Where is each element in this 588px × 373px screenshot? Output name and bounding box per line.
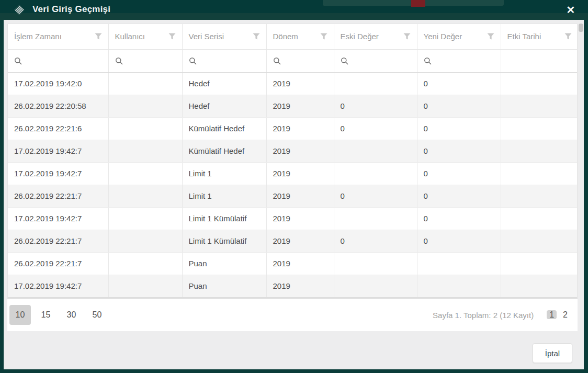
cell-kullanici xyxy=(108,230,182,252)
filter-icon[interactable] xyxy=(564,33,572,40)
cell-yeni-deger: 0 xyxy=(417,72,501,95)
page-button-2[interactable]: 2 xyxy=(560,310,570,319)
column-label: Kullanıcı xyxy=(115,32,145,41)
cell-donem: 2019 xyxy=(266,275,334,297)
search-icon xyxy=(424,57,432,65)
page-size-selector: 10153050 xyxy=(9,305,112,325)
cell-eski-deger xyxy=(334,252,417,275)
filter-input-eski-deger[interactable] xyxy=(334,49,417,72)
cell-etki-tarihi xyxy=(501,72,578,95)
cell-eski-deger: 0 xyxy=(334,230,417,252)
cell-veri-serisi: Kümülatif Hedef xyxy=(182,140,266,162)
column-label: Dönem xyxy=(273,32,298,41)
cell-donem: 2019 xyxy=(266,95,334,117)
filter-input-donem[interactable] xyxy=(266,49,334,72)
cell-etki-tarihi xyxy=(501,207,578,230)
pager-right: Sayfa 1. Toplam: 2 (12 Kayıt) 12 xyxy=(433,306,570,324)
page-size-30[interactable]: 30 xyxy=(61,305,82,325)
cell-etki-tarihi xyxy=(501,140,578,162)
cell-yeni-deger: 0 xyxy=(417,95,501,117)
header-row: İşlem ZamanıKullanıcıVeri SerisiDönemEsk… xyxy=(8,24,578,49)
cell-kullanici xyxy=(108,117,182,140)
cell-etki-tarihi xyxy=(501,162,578,185)
cell-etki-tarihi xyxy=(501,95,578,117)
cell-yeni-deger: 0 xyxy=(417,162,501,185)
cell-islem-zamani: 17.02.2019 19:42:7 xyxy=(8,140,108,162)
column-header-yeni-deger[interactable]: Yeni Değer xyxy=(417,24,501,49)
filter-input-islem-zamani[interactable] xyxy=(8,49,108,72)
table-row: 26.02.2019 22:21:6Kümülatif Hedef201900 xyxy=(8,117,578,140)
page-size-10[interactable]: 10 xyxy=(9,305,31,325)
cell-eski-deger: 0 xyxy=(334,117,417,140)
cell-kullanici xyxy=(108,185,182,207)
column-label: Etki Tarihi xyxy=(507,32,541,41)
cell-veri-serisi: Limit 1 Kümülatif xyxy=(182,230,266,252)
cell-islem-zamani: 26.02.2019 22:21:7 xyxy=(8,185,108,207)
cell-islem-zamani: 26.02.2019 22:21:6 xyxy=(8,117,108,140)
cell-etki-tarihi xyxy=(501,252,578,275)
cell-kullanici xyxy=(108,275,182,297)
column-header-kullanici[interactable]: Kullanıcı xyxy=(108,24,182,49)
page-button-1[interactable]: 1 xyxy=(547,310,557,319)
page-size-15[interactable]: 15 xyxy=(35,305,56,325)
filter-icon[interactable] xyxy=(95,33,102,40)
close-icon[interactable]: ✕ xyxy=(564,3,578,17)
cell-eski-deger xyxy=(334,72,417,95)
table-row: 17.02.2019 19:42:0Hedef20190 xyxy=(8,72,578,95)
cell-eski-deger: 0 xyxy=(334,95,417,117)
cell-yeni-deger xyxy=(417,252,501,275)
filter-icon[interactable] xyxy=(487,33,494,40)
table-row: 17.02.2019 19:42:7Puan2019 xyxy=(8,275,578,297)
cell-veri-serisi: Kümülatif Hedef xyxy=(182,117,266,140)
column-label: Yeni Değer xyxy=(424,32,462,41)
cell-kullanici xyxy=(108,162,182,185)
page-size-50[interactable]: 50 xyxy=(86,305,108,325)
cell-kullanici xyxy=(108,252,182,275)
column-header-veri-serisi[interactable]: Veri Serisi xyxy=(182,24,266,49)
filter-icon[interactable] xyxy=(253,33,260,40)
cell-eski-deger xyxy=(334,275,417,297)
column-header-donem[interactable]: Dönem xyxy=(266,24,334,49)
cell-etki-tarihi xyxy=(501,230,578,252)
cell-donem: 2019 xyxy=(266,72,334,95)
cell-veri-serisi: Limit 1 Kümülatif xyxy=(182,207,266,230)
column-header-etki-tarihi[interactable]: Etki Tarihi xyxy=(501,24,578,49)
cell-etki-tarihi xyxy=(501,185,578,207)
modal-border xyxy=(584,20,588,373)
cell-islem-zamani: 17.02.2019 19:42:0 xyxy=(8,72,108,95)
filter-input-veri-serisi[interactable] xyxy=(182,49,266,72)
cell-kullanici xyxy=(108,207,182,230)
cell-yeni-deger: 0 xyxy=(417,140,501,162)
cell-yeni-deger: 0 xyxy=(417,207,501,230)
filter-icon[interactable] xyxy=(168,33,176,40)
cell-veri-serisi: Hedef xyxy=(182,95,266,117)
filter-icon[interactable] xyxy=(403,33,411,40)
column-header-islem-zamani[interactable]: İşlem Zamanı xyxy=(8,24,108,49)
cancel-button[interactable]: İptal xyxy=(533,343,572,363)
cell-eski-deger xyxy=(334,207,417,230)
filter-input-yeni-deger[interactable] xyxy=(417,49,501,72)
cell-veri-serisi: Limit 1 xyxy=(182,185,266,207)
cell-veri-serisi: Puan xyxy=(182,275,266,297)
vertical-scrollbar[interactable] xyxy=(579,24,583,32)
cell-islem-zamani: 26.02.2019 22:21:7 xyxy=(8,252,108,275)
filter-input-kullanici[interactable] xyxy=(108,49,182,72)
filter-input-etki-tarihi[interactable] xyxy=(501,49,578,72)
cell-veri-serisi: Puan xyxy=(182,252,266,275)
cell-islem-zamani: 17.02.2019 19:42:7 xyxy=(8,162,108,185)
filter-icon[interactable] xyxy=(320,33,327,40)
cell-yeni-deger: 0 xyxy=(417,230,501,252)
cell-kullanici xyxy=(108,95,182,117)
column-header-eski-deger[interactable]: Eski Değer xyxy=(334,24,417,49)
cell-veri-serisi: Hedef xyxy=(182,72,266,95)
cell-donem: 2019 xyxy=(266,162,334,185)
search-icon xyxy=(14,57,22,65)
cell-yeni-deger: 0 xyxy=(417,117,501,140)
cell-donem: 2019 xyxy=(266,185,334,207)
cell-eski-deger xyxy=(334,140,417,162)
data-entry-history-modal: Veri Giriş Geçmişi ✕ İşlem ZamanıKullanı… xyxy=(0,0,588,373)
cell-islem-zamani: 17.02.2019 19:42:7 xyxy=(8,207,108,230)
table-row: 26.02.2019 22:21:7Limit 1201900 xyxy=(8,185,578,207)
column-label: Veri Serisi xyxy=(189,32,224,41)
cell-veri-serisi: Limit 1 xyxy=(182,162,266,185)
